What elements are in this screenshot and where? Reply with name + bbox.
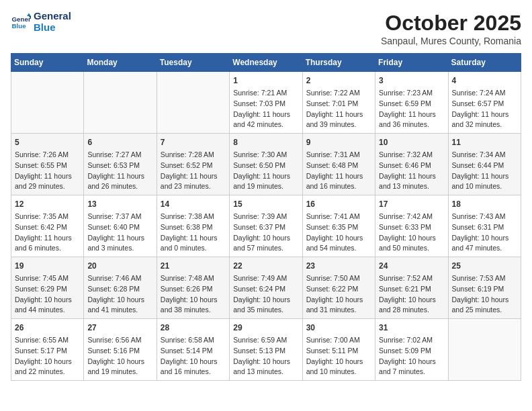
day-number: 29 bbox=[233, 322, 298, 334]
day-info: Sunrise: 7:48 AM Sunset: 6:26 PM Dayligh… bbox=[161, 273, 226, 316]
calendar-day-15: 15Sunrise: 7:39 AM Sunset: 6:37 PM Dayli… bbox=[230, 195, 302, 257]
day-info: Sunrise: 7:45 AM Sunset: 6:29 PM Dayligh… bbox=[15, 273, 80, 316]
page-header: General Blue General Blue October 2025 S… bbox=[11, 11, 521, 46]
day-info: Sunrise: 7:31 AM Sunset: 6:48 PM Dayligh… bbox=[306, 150, 371, 192]
day-info: Sunrise: 7:50 AM Sunset: 6:22 PM Dayligh… bbox=[306, 273, 371, 316]
day-info: Sunrise: 7:42 AM Sunset: 6:33 PM Dayligh… bbox=[379, 212, 444, 254]
day-number: 30 bbox=[306, 322, 371, 334]
day-number: 7 bbox=[161, 136, 226, 148]
calendar-day-3: 3Sunrise: 7:23 AM Sunset: 6:59 PM Daylig… bbox=[375, 72, 448, 134]
logo-text-general: General bbox=[34, 11, 71, 22]
day-number: 13 bbox=[87, 198, 152, 210]
empty-day bbox=[157, 72, 229, 134]
calendar-day-10: 10Sunrise: 7:32 AM Sunset: 6:46 PM Dayli… bbox=[375, 134, 448, 195]
calendar-week-row: 12Sunrise: 7:35 AM Sunset: 6:42 PM Dayli… bbox=[11, 195, 521, 257]
day-info: Sunrise: 7:28 AM Sunset: 6:52 PM Dayligh… bbox=[161, 150, 226, 192]
day-header-sunday: Sunday bbox=[11, 54, 84, 72]
calendar-day-27: 27Sunrise: 6:56 AM Sunset: 5:16 PM Dayli… bbox=[84, 319, 157, 381]
day-info: Sunrise: 7:02 AM Sunset: 5:09 PM Dayligh… bbox=[379, 335, 444, 377]
title-block: October 2025 Sanpaul, Mures County, Roma… bbox=[381, 11, 521, 46]
svg-text:Blue: Blue bbox=[12, 22, 27, 30]
calendar-day-30: 30Sunrise: 7:00 AM Sunset: 5:11 PM Dayli… bbox=[302, 319, 375, 381]
day-header-wednesday: Wednesday bbox=[230, 54, 302, 72]
logo-icon: General Blue bbox=[11, 12, 31, 32]
day-number: 20 bbox=[87, 260, 152, 272]
day-info: Sunrise: 7:26 AM Sunset: 6:55 PM Dayligh… bbox=[15, 150, 80, 192]
calendar-day-9: 9Sunrise: 7:31 AM Sunset: 6:48 PM Daylig… bbox=[302, 134, 375, 195]
calendar-day-2: 2Sunrise: 7:22 AM Sunset: 7:01 PM Daylig… bbox=[302, 72, 375, 134]
calendar-day-23: 23Sunrise: 7:50 AM Sunset: 6:22 PM Dayli… bbox=[302, 257, 375, 319]
calendar-day-12: 12Sunrise: 7:35 AM Sunset: 6:42 PM Dayli… bbox=[11, 195, 84, 257]
day-number: 4 bbox=[452, 75, 517, 87]
calendar-day-14: 14Sunrise: 7:38 AM Sunset: 6:38 PM Dayli… bbox=[157, 195, 229, 257]
day-number: 14 bbox=[161, 198, 226, 210]
day-number: 3 bbox=[379, 75, 444, 87]
calendar-week-row: 5Sunrise: 7:26 AM Sunset: 6:55 PM Daylig… bbox=[11, 134, 521, 195]
day-number: 26 bbox=[15, 322, 80, 334]
day-number: 21 bbox=[161, 260, 226, 272]
day-info: Sunrise: 6:59 AM Sunset: 5:13 PM Dayligh… bbox=[233, 335, 298, 377]
day-info: Sunrise: 7:39 AM Sunset: 6:37 PM Dayligh… bbox=[233, 212, 298, 254]
calendar-week-row: 26Sunrise: 6:55 AM Sunset: 5:17 PM Dayli… bbox=[11, 319, 521, 381]
calendar-day-31: 31Sunrise: 7:02 AM Sunset: 5:09 PM Dayli… bbox=[375, 319, 448, 381]
day-number: 2 bbox=[306, 75, 371, 87]
month-title: October 2025 bbox=[381, 11, 521, 36]
day-info: Sunrise: 7:22 AM Sunset: 7:01 PM Dayligh… bbox=[306, 88, 371, 130]
calendar-day-11: 11Sunrise: 7:34 AM Sunset: 6:44 PM Dayli… bbox=[448, 134, 521, 195]
day-number: 27 bbox=[87, 322, 152, 334]
day-header-friday: Friday bbox=[375, 54, 448, 72]
day-number: 12 bbox=[15, 198, 80, 210]
calendar-day-24: 24Sunrise: 7:52 AM Sunset: 6:21 PM Dayli… bbox=[375, 257, 448, 319]
day-number: 23 bbox=[306, 260, 371, 272]
calendar-day-16: 16Sunrise: 7:41 AM Sunset: 6:35 PM Dayli… bbox=[302, 195, 375, 257]
day-info: Sunrise: 6:58 AM Sunset: 5:14 PM Dayligh… bbox=[161, 335, 226, 377]
logo-text-blue: Blue bbox=[34, 22, 71, 34]
calendar-day-18: 18Sunrise: 7:43 AM Sunset: 6:31 PM Dayli… bbox=[448, 195, 521, 257]
calendar-week-row: 19Sunrise: 7:45 AM Sunset: 6:29 PM Dayli… bbox=[11, 257, 521, 319]
logo: General Blue General Blue bbox=[11, 11, 71, 33]
day-number: 24 bbox=[379, 260, 444, 272]
day-number: 28 bbox=[161, 322, 226, 334]
day-info: Sunrise: 7:38 AM Sunset: 6:38 PM Dayligh… bbox=[161, 212, 226, 254]
day-info: Sunrise: 7:24 AM Sunset: 6:57 PM Dayligh… bbox=[452, 88, 517, 130]
svg-marker-2 bbox=[27, 13, 31, 16]
calendar-day-25: 25Sunrise: 7:53 AM Sunset: 6:19 PM Dayli… bbox=[448, 257, 521, 319]
day-header-saturday: Saturday bbox=[448, 54, 521, 72]
day-number: 16 bbox=[306, 198, 371, 210]
day-header-thursday: Thursday bbox=[302, 54, 375, 72]
calendar-day-17: 17Sunrise: 7:42 AM Sunset: 6:33 PM Dayli… bbox=[375, 195, 448, 257]
calendar-header-row: SundayMondayTuesdayWednesdayThursdayFrid… bbox=[11, 54, 521, 72]
day-info: Sunrise: 7:49 AM Sunset: 6:24 PM Dayligh… bbox=[233, 273, 298, 316]
empty-day bbox=[448, 319, 521, 381]
calendar-table: SundayMondayTuesdayWednesdayThursdayFrid… bbox=[11, 53, 521, 381]
day-info: Sunrise: 7:30 AM Sunset: 6:50 PM Dayligh… bbox=[233, 150, 298, 192]
day-number: 25 bbox=[452, 260, 517, 272]
day-number: 17 bbox=[379, 198, 444, 210]
day-info: Sunrise: 7:43 AM Sunset: 6:31 PM Dayligh… bbox=[452, 212, 517, 254]
calendar-day-21: 21Sunrise: 7:48 AM Sunset: 6:26 PM Dayli… bbox=[157, 257, 229, 319]
day-number: 15 bbox=[233, 198, 298, 210]
day-number: 1 bbox=[233, 75, 298, 87]
day-header-tuesday: Tuesday bbox=[157, 54, 229, 72]
day-info: Sunrise: 7:21 AM Sunset: 7:03 PM Dayligh… bbox=[233, 88, 298, 130]
calendar-day-7: 7Sunrise: 7:28 AM Sunset: 6:52 PM Daylig… bbox=[157, 134, 229, 195]
day-info: Sunrise: 7:35 AM Sunset: 6:42 PM Dayligh… bbox=[15, 212, 80, 254]
day-number: 10 bbox=[379, 136, 444, 148]
calendar-day-5: 5Sunrise: 7:26 AM Sunset: 6:55 PM Daylig… bbox=[11, 134, 84, 195]
day-info: Sunrise: 6:55 AM Sunset: 5:17 PM Dayligh… bbox=[15, 335, 80, 377]
calendar-day-8: 8Sunrise: 7:30 AM Sunset: 6:50 PM Daylig… bbox=[230, 134, 302, 195]
svg-text:General: General bbox=[12, 15, 32, 22]
calendar-week-row: 1Sunrise: 7:21 AM Sunset: 7:03 PM Daylig… bbox=[11, 72, 521, 134]
calendar-day-4: 4Sunrise: 7:24 AM Sunset: 6:57 PM Daylig… bbox=[448, 72, 521, 134]
calendar-day-22: 22Sunrise: 7:49 AM Sunset: 6:24 PM Dayli… bbox=[230, 257, 302, 319]
day-info: Sunrise: 7:00 AM Sunset: 5:11 PM Dayligh… bbox=[306, 335, 371, 377]
day-info: Sunrise: 7:53 AM Sunset: 6:19 PM Dayligh… bbox=[452, 273, 517, 316]
calendar-day-28: 28Sunrise: 6:58 AM Sunset: 5:14 PM Dayli… bbox=[157, 319, 229, 381]
day-number: 22 bbox=[233, 260, 298, 272]
day-info: Sunrise: 7:32 AM Sunset: 6:46 PM Dayligh… bbox=[379, 150, 444, 192]
day-info: Sunrise: 7:34 AM Sunset: 6:44 PM Dayligh… bbox=[452, 150, 517, 192]
day-info: Sunrise: 7:23 AM Sunset: 6:59 PM Dayligh… bbox=[379, 88, 444, 130]
day-info: Sunrise: 7:52 AM Sunset: 6:21 PM Dayligh… bbox=[379, 273, 444, 316]
calendar-day-1: 1Sunrise: 7:21 AM Sunset: 7:03 PM Daylig… bbox=[230, 72, 302, 134]
day-number: 6 bbox=[87, 136, 152, 148]
